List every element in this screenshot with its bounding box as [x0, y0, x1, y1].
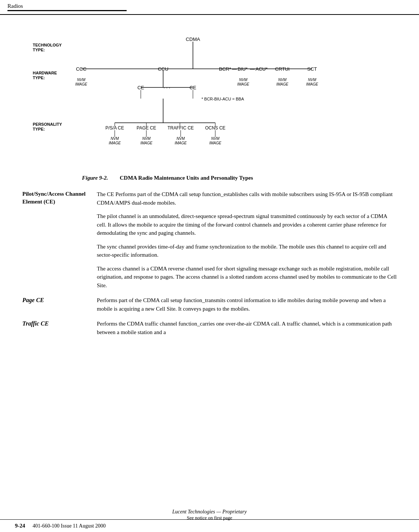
traffic-ce-node: TRAFFIC CE — [167, 125, 194, 131]
bcr-node: BCR* — [219, 66, 231, 72]
header-title: Radios — [7, 3, 127, 9]
technology-label2: TYPE: — [33, 48, 45, 52]
psa-body: The CE Performs part of the CDMA call se… — [97, 190, 397, 289]
ocns-ce-node: OCNS CE — [205, 125, 225, 131]
figure-label: Figure 9-2. — [82, 175, 108, 181]
psa-para-4: The access channel is a CDMA reverse cha… — [97, 265, 397, 290]
nvm-sct: NVM — [308, 78, 316, 82]
ccc-node: CCC — [76, 66, 86, 72]
section-psa-ce: Pilot/Sync/Access Channel Element (CE) T… — [22, 190, 397, 289]
traffic-ce-label: Traffic CE — [22, 320, 97, 336]
sct-node: SCT — [307, 66, 317, 72]
nvm-ccc2: IMAGE — [75, 82, 87, 86]
psa-label: Pilot/Sync/Access Channel Element (CE) — [22, 190, 97, 289]
nvm-page: NVM — [142, 137, 150, 141]
page-ce-body: Performs part of the CDMA call setup fun… — [97, 296, 397, 313]
nvm-biu2: IMAGE — [237, 82, 249, 86]
nvm-psa2: IMAGE — [108, 141, 121, 145]
figure-caption: Figure 9-2. CDMA Radio Maintenance Units… — [82, 175, 397, 181]
psa-para-3: The sync channel provides time-of-day an… — [97, 243, 397, 259]
nvm-crtui2: IMAGE — [276, 82, 288, 86]
footer-brand: Lucent Technologies — Proprietary — [0, 509, 419, 515]
hardware-label: HARDWARE — [33, 71, 57, 75]
traffic-ce-body: Performs the CDMA traffic channel functi… — [97, 320, 397, 336]
section-page-ce: Page CE Performs part of the CDMA call s… — [22, 296, 397, 313]
ce-dots: · · · — [163, 85, 170, 90]
crtui-node: CRTUi — [275, 66, 289, 72]
figure-title: CDMA Radio Maintenance Units and Persona… — [120, 175, 253, 181]
nvm-crtui: NVM — [278, 78, 286, 82]
psa-para-2: The pilot channel is an unmodulated, dir… — [97, 212, 397, 237]
diagram-container: TECHNOLOGY TYPE: CDMA HARDWARE TYPE: CCC… — [22, 26, 397, 167]
nvm-ccc: NVM — [77, 78, 85, 82]
traffic-ce-para-1: Performs the CDMA traffic channel functi… — [97, 320, 397, 336]
psa-para-1: The CE Performs part of the CDMA call se… — [97, 190, 397, 207]
page-number: 9-24 — [15, 523, 25, 529]
nvm-ocns2: IMAGE — [209, 141, 221, 145]
page-ce-node: PAGE CE — [136, 125, 156, 131]
technology-label: TECHNOLOGY — [33, 43, 62, 47]
diagram-svg: TECHNOLOGY TYPE: CDMA HARDWARE TYPE: CCC… — [33, 26, 387, 167]
page-ce-para-1: Performs part of the CDMA call setup fun… — [97, 296, 397, 313]
personality-label: PERSONALITY — [33, 122, 62, 126]
page-issue: 401-660-100 Issue 11 August 2000 — [33, 523, 106, 529]
personality-label2: TYPE: — [33, 127, 45, 131]
nvm-traffic: NVM — [176, 137, 185, 141]
hardware-label2: TYPE: — [33, 76, 45, 80]
ce-left-node: CE — [137, 85, 144, 90]
nvm-ocns: NVM — [211, 137, 219, 141]
nvm-traffic2: IMAGE — [174, 141, 187, 145]
header-underline — [7, 10, 127, 11]
page-number-bar: 9-24 401-660-100 Issue 11 August 2000 — [0, 519, 419, 532]
ce-right-node: CE — [189, 85, 196, 90]
bcr-note: * BCR-BIU-ACU = BBA — [201, 97, 244, 101]
section-traffic-ce: Traffic CE Performs the CDMA traffic cha… — [22, 320, 397, 336]
nvm-sct2: IMAGE — [306, 82, 318, 86]
nvm-biu: NVM — [239, 78, 247, 82]
page-ce-label: Page CE — [22, 296, 97, 313]
psa-ce-node: P/S/A CE — [105, 125, 124, 131]
acu-node: ACU* — [255, 66, 268, 72]
cdma-node: CDMA — [185, 36, 200, 42]
page-header: Radios — [0, 0, 419, 15]
biu-node: BIU* — [238, 66, 248, 72]
main-content: TECHNOLOGY TYPE: CDMA HARDWARE TYPE: CCC… — [0, 15, 419, 358]
nvm-page2: IMAGE — [140, 141, 152, 145]
nvm-psa: NVM — [110, 137, 119, 141]
